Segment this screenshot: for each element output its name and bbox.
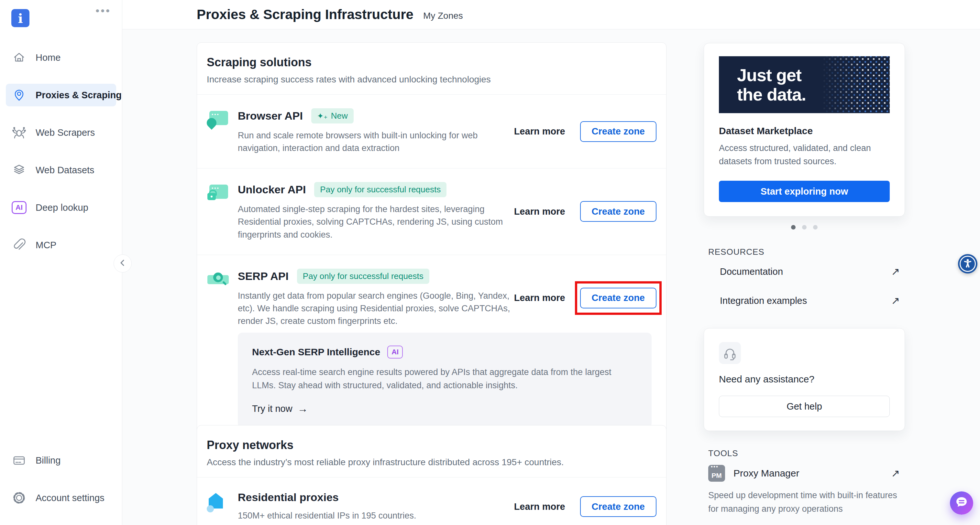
dataset-marketplace-card: Just get the data. Dataset Marketplace A…	[704, 43, 905, 217]
try-it-now-link[interactable]: Try it now →	[252, 403, 637, 415]
get-help-button[interactable]: Get help	[719, 396, 890, 417]
assistance-text: Need any assistance?	[719, 374, 890, 385]
banner-text-line2: the data.	[737, 85, 890, 104]
accessibility-widget-button[interactable]	[958, 254, 977, 273]
external-link-icon: ↗	[891, 265, 900, 278]
unlocker-api-icon: •••	[207, 182, 238, 203]
arrow-right-icon: →	[298, 403, 308, 415]
page-title: Proxies & Scraping Infrastructure	[197, 7, 414, 22]
gear-icon	[12, 490, 27, 505]
paperclip-icon	[12, 238, 27, 252]
sidebar-item-label: Deep lookup	[36, 202, 88, 213]
sparkle-icon: ✦₊	[317, 111, 328, 121]
sidebar-item-billing[interactable]: Billing	[6, 449, 116, 472]
resources-label: RESOURCES	[704, 247, 905, 257]
sidebar-item-label: Home	[36, 52, 60, 63]
product-row-serp-api: SERP API Pay only for successful request…	[197, 255, 666, 331]
section-subtitle: Access the industry’s most reliable prox…	[207, 457, 657, 468]
serp-api-icon	[207, 269, 238, 290]
tools-label: TOOLS	[704, 448, 905, 458]
sidebar-item-web-scrapers[interactable]: Web Scrapers	[6, 121, 116, 144]
spider-icon	[12, 125, 27, 140]
brand-logo-letter: i	[18, 11, 23, 26]
tool-title: Proxy Manager	[733, 468, 883, 479]
serp-intelligence-description: Access real-time search engine results p…	[252, 366, 637, 392]
scraping-solutions-card: Scraping solutions Increase scraping suc…	[197, 42, 667, 444]
scraping-solutions-header: Scraping solutions Increase scraping suc…	[197, 43, 666, 95]
section-subtitle: Increase scraping success rates with adv…	[207, 75, 657, 85]
product-description: Automated single-step scraping for the h…	[238, 203, 514, 241]
proxy-networks-card: Proxy networks Access the industry’s mos…	[197, 425, 667, 525]
learn-more-link[interactable]: Learn more	[514, 501, 565, 512]
create-zone-button[interactable]: Create zone	[580, 496, 657, 517]
page-subtitle: My Zones	[423, 11, 463, 21]
chat-widget-button[interactable]	[950, 492, 973, 515]
product-title: Browser API	[238, 109, 303, 122]
proxy-manager-icon: ••• PM	[708, 465, 725, 482]
create-zone-button[interactable]: Create zone	[580, 201, 657, 222]
sidebar-collapse-button[interactable]	[114, 254, 132, 273]
resource-link-integration-examples[interactable]: Integration examples ↗	[704, 286, 905, 315]
section-title: Scraping solutions	[207, 56, 657, 69]
sidebar-item-label: Proxies & Scraping	[36, 90, 122, 100]
more-menu-icon[interactable]: •••	[95, 5, 111, 17]
main-area: Proxies & Scraping Infrastructure My Zon…	[122, 0, 980, 525]
sidebar-item-label: MCP	[36, 240, 56, 251]
sidebar-item-proxies-scraping[interactable]: Proxies & Scraping	[6, 84, 116, 106]
credit-card-icon	[12, 453, 27, 468]
promo-description: Access structured, validated, and clean …	[719, 141, 890, 168]
pay-per-success-badge: Pay only for successful requests	[297, 269, 430, 284]
sidebar-item-label: Web Datasets	[36, 165, 94, 176]
learn-more-link[interactable]: Learn more	[514, 293, 565, 303]
section-title: Proxy networks	[207, 438, 657, 452]
proxy-networks-header: Proxy networks Access the industry’s mos…	[197, 425, 666, 477]
page-header: Proxies & Scraping Infrastructure My Zon…	[122, 0, 980, 29]
external-link-icon: ↗	[891, 295, 900, 307]
serp-intelligence-panel: Next-Gen SERP Intelligence AI Access rea…	[238, 333, 652, 428]
tool-description: Speed up development time with built-in …	[704, 489, 905, 516]
start-exploring-button[interactable]: Start exploring now	[719, 181, 890, 202]
carousel-dot[interactable]	[813, 225, 818, 230]
sidebar-item-label: Account settings	[36, 493, 105, 503]
assistance-card: Need any assistance? Get help	[704, 328, 905, 431]
residential-proxies-icon	[207, 491, 238, 512]
product-title: SERP API	[238, 270, 289, 282]
ai-badge: AI	[387, 346, 403, 358]
sidebar-item-deep-lookup[interactable]: AI Deep lookup	[6, 196, 116, 219]
tool-proxy-manager: ••• PM Proxy Manager ↗ Speed up developm…	[704, 465, 905, 516]
create-zone-button[interactable]: Create zone	[580, 121, 657, 142]
resource-link-documentation[interactable]: Documentation ↗	[704, 257, 905, 286]
carousel-dot[interactable]	[802, 225, 807, 230]
browser-api-icon: •••	[207, 108, 238, 130]
serp-intelligence-title: Next-Gen SERP Intelligence	[252, 347, 380, 358]
product-description: Run and scale remote browsers with built…	[238, 129, 514, 154]
right-sidebar: Just get the data. Dataset Marketplace A…	[704, 43, 905, 525]
tools-list: ••• PM Proxy Manager ↗ Speed up developm…	[704, 465, 905, 525]
chevron-left-icon	[118, 258, 127, 269]
ai-badge-icon: AI	[12, 200, 27, 215]
new-badge: ✦₊ New	[311, 108, 354, 124]
pay-per-success-badge: Pay only for successful requests	[314, 182, 447, 197]
product-row-browser-api: ••• Browser API ✦₊ New Run and scale rem…	[197, 95, 666, 168]
product-description: 150M+ ethical residential IPs in 195 cou…	[238, 509, 514, 522]
promo-title: Dataset Marketplace	[719, 125, 890, 136]
learn-more-link[interactable]: Learn more	[514, 126, 565, 137]
create-zone-button-serp[interactable]: Create zone	[580, 288, 657, 308]
brand-logo[interactable]: i	[11, 9, 29, 27]
learn-more-link[interactable]: Learn more	[514, 206, 565, 217]
sidebar-item-label: Billing	[36, 455, 60, 466]
product-row-unlocker-api: ••• Unlocker API Pay only for successful…	[197, 168, 666, 255]
sidebar-item-account-settings[interactable]: Account settings	[6, 487, 116, 509]
product-title: Unlocker API	[238, 183, 306, 196]
sidebar: i ••• Home Proxies & Scraping Web Scrape…	[0, 0, 122, 525]
external-link-icon: ↗	[891, 467, 900, 479]
sidebar-item-web-datasets[interactable]: Web Datasets	[6, 159, 116, 181]
carousel-dot[interactable]	[791, 225, 795, 230]
promo-carousel-dots	[704, 225, 905, 230]
chat-bubble-icon	[953, 494, 970, 512]
home-icon	[12, 50, 27, 65]
accessibility-ring	[959, 256, 976, 272]
location-pin-icon	[12, 87, 27, 103]
sidebar-item-mcp[interactable]: MCP	[6, 234, 116, 256]
sidebar-item-home[interactable]: Home	[6, 46, 116, 69]
